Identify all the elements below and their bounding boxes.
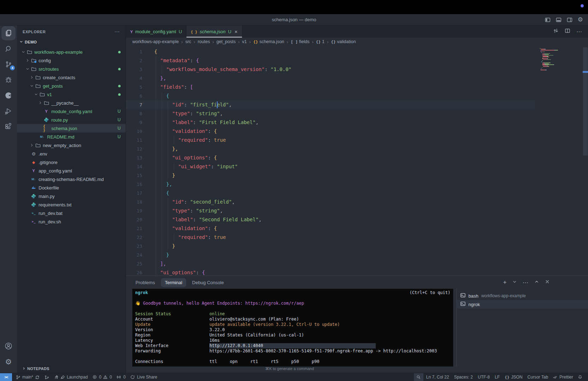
breadcrumb-item-src[interactable]: src [185,39,191,44]
status-git-branch[interactable]: main* [13,373,42,381]
tree-item-label: __pycache__ [51,100,79,106]
breadcrumb-item-schema.json[interactable]: {}schema.json [253,39,284,44]
workspace-section-demo[interactable]: DEMO [17,38,126,46]
status-indentation[interactable]: Spaces: 2 [451,373,475,381]
tree-item-new_empty_action[interactable]: new_empty_action [17,141,126,150]
panel-tab-debug-console[interactable]: Debug Console [188,278,228,287]
activitybar-search[interactable] [1,42,16,56]
minimap-line [540,55,582,56]
activitybar-extension-circle[interactable] [1,88,16,102]
status-prettier[interactable]: Prettier [550,373,576,381]
tree-item-route.py[interactable]: route.pyU [17,116,126,124]
editor-tab-module_config.yaml[interactable]: Ymodule_config.yamlU [126,25,186,37]
minimap-line [540,62,582,63]
tree-item-src/routes[interactable]: src/routes [17,65,126,73]
terminal-output[interactable]: ngrok(Ctrl+C to quit) 👋 Goodbye tunnels,… [132,289,453,367]
tree-item-__pycache__[interactable]: __pycache__ [17,99,126,107]
terminal-icon [460,301,466,307]
breadcrumb-item-get_posts[interactable]: get_posts [217,39,236,44]
tree-item-workflows-app-example[interactable]: workflows-app-example [17,48,126,56]
code-line-1: 1{ [126,47,535,56]
indent-guide [162,180,162,189]
status-cursor-position[interactable]: Ln 7, Col 22 [423,373,451,381]
indent-guide [156,65,156,74]
activitybar-source-control[interactable]: 4 [1,57,16,71]
status-live-share[interactable]: Live Share [128,373,160,381]
tree-item-run_dev.bat[interactable]: >_run_dev.bat [17,209,126,217]
status-cursor-tab[interactable]: Cursor Tab [525,373,550,381]
tree-item-label: requirements.txt [39,202,71,207]
remote-indicator[interactable]: >< [0,373,12,381]
status-notifications[interactable] [576,373,585,381]
terminal-line: Version3.22.0 [135,327,450,333]
code-editor[interactable]: 1{2 "metadata": {3 "workflows_module_sch… [126,46,588,276]
code-line-3: 3 "workflows_module_schema_version": "1.… [126,65,535,74]
panel-tab-problems[interactable]: Problems [132,278,159,287]
breadcrumb-item-routes[interactable]: routes [198,39,210,44]
scrollbar-thumb[interactable] [583,47,588,156]
status-language-mode[interactable]: {}JSON [502,373,525,381]
compare-changes-icon[interactable] [553,28,559,35]
breadcrumb-item-fields[interactable]: [ ]fields [291,39,310,44]
minimap[interactable] [540,48,582,70]
close-panel-icon[interactable] [545,279,550,286]
activitybar-bug[interactable] [1,73,16,87]
status-label: Spaces: 2 [454,375,473,380]
notepads-section[interactable]: NOTEPADS [17,364,126,373]
activitybar-settings[interactable]: ⚙ [1,354,16,369]
tree-item-requirements.txt[interactable]: requirements.txt [17,200,126,209]
explorer-more-icon[interactable]: ⋯ [114,29,120,35]
status-git-graph[interactable] [42,373,52,381]
status-problems[interactable]: 00 [90,373,114,381]
layout-panel-bottom-icon[interactable] [556,17,561,23]
indent-guide [156,224,156,233]
markdown-icon: M↓ [30,177,37,181]
tree-item-.gitignore[interactable]: ◆.gitignore [17,158,126,166]
new-terminal-icon[interactable]: + [503,279,507,286]
status-eol[interactable]: LF [492,373,502,381]
tree-item-create_contacts[interactable]: create_contacts [17,73,126,82]
tree-item-main.py[interactable]: main.py [17,192,126,200]
activitybar-explorer[interactable] [1,26,16,40]
status-encoding[interactable]: UTF-8 [475,373,492,381]
status-search[interactable] [414,373,423,381]
settings-gear-icon[interactable]: ⚙ [578,17,583,23]
activitybar-extensions[interactable] [1,119,16,134]
status-launchpad[interactable]: Launchpad [52,373,90,381]
tree-item-run_dev.sh[interactable]: >_run_dev.sh [17,217,126,226]
breadcrumb-item-validation[interactable]: {}validation [331,39,356,44]
terminal-list-item-ngrok[interactable]: ngrok [457,300,588,309]
indent-guide [168,127,168,136]
tree-item-README.md[interactable]: M↓README.mdU [17,133,126,141]
status-ports[interactable]: 0 [114,373,128,381]
close-icon[interactable]: × [235,29,238,35]
activitybar-account[interactable] [1,339,16,353]
tree-item-module_config.yaml[interactable]: Ymodule_config.yamlU [17,107,126,116]
tree-item-get_posts[interactable]: get_posts [17,82,126,90]
more-icon[interactable]: ⋯ [576,28,582,35]
maximize-panel-icon[interactable] [534,279,539,286]
tree-item-v1[interactable]: v1 [17,90,126,99]
layout-sidebar-right-icon[interactable] [567,17,572,23]
tree-item-Dockerfile[interactable]: Dockerfile [17,183,126,192]
code-line-19: 19 "type": "string", [126,206,535,215]
activitybar-run-debug[interactable] [1,104,16,118]
indent-guide [162,224,162,233]
panel-tab-terminal[interactable]: Terminal [161,278,186,287]
split-editor-icon[interactable] [565,28,570,35]
editor-tab-schema.json[interactable]: { }schema.jsonU× [186,25,242,37]
breadcrumb-item-v1[interactable]: v1 [242,39,247,44]
layout-sidebar-left-icon[interactable] [545,17,550,23]
launch-profile-chevron-icon[interactable] [512,279,517,286]
line-number: 2 [126,56,142,65]
tree-item-.env[interactable]: ⚙.env [17,150,126,158]
terminal-list-item-bash[interactable]: bashworkflows-app-example [457,292,588,300]
tree-item-config[interactable]: config [17,56,126,65]
folder-icon [35,143,41,148]
tree-item-schema.json[interactable]: { }schema.jsonU [17,124,126,133]
tree-item-app_config.yaml[interactable]: Yapp_config.yaml [17,166,126,175]
tree-item-creating-schemas-README.md[interactable]: M↓creating-schemas-README.md [17,175,126,183]
more-icon[interactable]: ⋯ [523,279,529,286]
breadcrumb-item-workflows-app-example[interactable]: workflows-app-example [132,39,179,44]
breadcrumb-item-1[interactable]: {}1 [316,39,324,44]
